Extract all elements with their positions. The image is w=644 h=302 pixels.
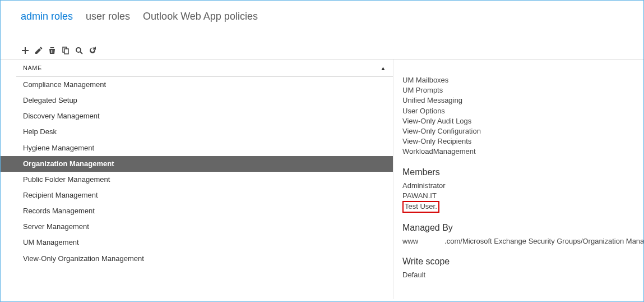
highlighted-member: Test User. bbox=[402, 201, 439, 213]
column-header-name[interactable]: NAME ▲ bbox=[16, 60, 393, 77]
svg-line-3 bbox=[80, 52, 82, 54]
tab-strip: admin roles user roles Outlook Web App p… bbox=[1, 1, 643, 42]
assigned-role: View-Only Audit Logs bbox=[402, 116, 643, 126]
plus-icon[interactable] bbox=[21, 46, 30, 55]
assigned-role: Unified Messaging bbox=[402, 95, 643, 106]
member-entry: Test User. bbox=[402, 201, 643, 213]
content-columns: NAME ▲ Compliance ManagementDelegated Se… bbox=[1, 59, 643, 299]
members-heading: Members bbox=[402, 167, 643, 177]
write-scope-section: Write scope Default bbox=[402, 257, 643, 280]
tab-user-roles[interactable]: user roles bbox=[86, 11, 130, 22]
list-item[interactable]: Server Management bbox=[1, 219, 393, 235]
copy-icon[interactable] bbox=[61, 46, 70, 55]
tab-admin-roles[interactable]: admin roles bbox=[21, 11, 73, 22]
role-groups-list[interactable]: Compliance ManagementDelegated SetupDisc… bbox=[1, 77, 393, 299]
sort-asc-icon: ▲ bbox=[381, 65, 386, 71]
search-icon[interactable] bbox=[75, 46, 84, 55]
assigned-role: WorkloadManagement bbox=[402, 147, 643, 157]
list-item[interactable]: Discovery Management bbox=[1, 108, 393, 124]
svg-rect-1 bbox=[64, 49, 68, 54]
tab-owa-policies[interactable]: Outlook Web App policies bbox=[143, 11, 258, 22]
details-scroll[interactable]: UM MailboxesUM PromptsUnified MessagingU… bbox=[402, 75, 643, 299]
pencil-icon[interactable] bbox=[34, 46, 43, 55]
managed-by-value: www .com/Microsoft Exchange Security Gro… bbox=[402, 236, 643, 246]
column-header-label: NAME bbox=[23, 65, 42, 71]
write-scope-value: Default bbox=[402, 270, 643, 280]
write-scope-heading: Write scope bbox=[402, 257, 643, 267]
role-groups-pane: NAME ▲ Compliance ManagementDelegated Se… bbox=[1, 60, 393, 299]
toolbar bbox=[1, 42, 643, 59]
assigned-role: UM Mailboxes bbox=[402, 75, 643, 85]
managed-by-section: Managed By www .com/Microsoft Exchange S… bbox=[402, 223, 643, 246]
list-item[interactable]: Hygiene Management bbox=[1, 140, 393, 156]
list-item[interactable]: Public Folder Management bbox=[1, 172, 393, 187]
svg-point-2 bbox=[76, 48, 81, 52]
permissions-window: admin roles user roles Outlook Web App p… bbox=[0, 0, 644, 302]
member-entry: PAWAN.IT bbox=[402, 191, 643, 201]
member-entry: Administrator bbox=[402, 181, 643, 191]
list-item[interactable]: Recipient Management bbox=[1, 187, 393, 203]
list-item[interactable]: Delegated Setup bbox=[1, 93, 393, 108]
assigned-role: User Options bbox=[402, 106, 643, 116]
refresh-icon[interactable] bbox=[88, 46, 97, 55]
trash-icon[interactable] bbox=[48, 46, 57, 55]
list-item[interactable]: Compliance Management bbox=[1, 77, 393, 93]
assigned-role: View-Only Recipients bbox=[402, 136, 643, 147]
assigned-role: View-Only Configuration bbox=[402, 126, 643, 136]
details-pane: UM MailboxesUM PromptsUnified MessagingU… bbox=[393, 60, 643, 299]
list-item[interactable]: Records Management bbox=[1, 203, 393, 219]
assigned-roles-tail: UM MailboxesUM PromptsUnified MessagingU… bbox=[402, 75, 643, 157]
assigned-role: UM Prompts bbox=[402, 85, 643, 95]
list-item[interactable]: Help Desk bbox=[1, 124, 393, 140]
list-item[interactable]: UM Management bbox=[1, 235, 393, 250]
list-item[interactable]: View-Only Organization Management bbox=[1, 251, 393, 267]
managed-by-heading: Managed By bbox=[402, 223, 643, 233]
members-section: Members AdministratorPAWAN.ITTest User. bbox=[402, 167, 643, 213]
list-item[interactable]: Organization Management bbox=[1, 156, 393, 172]
